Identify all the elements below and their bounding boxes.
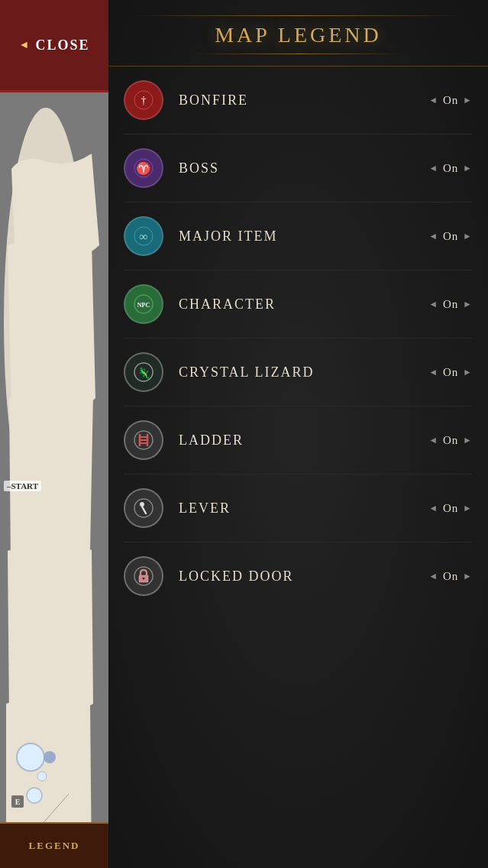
- lever-toggle-right[interactable]: ►: [463, 503, 473, 514]
- svg-point-2: [17, 743, 44, 771]
- svg-point-5: [37, 772, 47, 781]
- major-item-label: MAJOR ITEM: [179, 228, 428, 245]
- ladder-icon: [124, 420, 163, 460]
- character-toggle-right[interactable]: ►: [463, 299, 473, 310]
- start-label: –START: [4, 481, 41, 491]
- svg-text:♈: ♈: [136, 161, 151, 176]
- bonfire-toggle-right[interactable]: ►: [463, 95, 473, 106]
- close-button[interactable]: ◄ CLOSE: [0, 0, 108, 92]
- legend-item-ladder: LADDER◄On►: [124, 406, 473, 474]
- map-legend-bar[interactable]: LEGEND: [0, 822, 108, 868]
- lever-toggle-left[interactable]: ◄: [428, 503, 438, 514]
- legend-title: Map Legend: [124, 23, 473, 47]
- boss-toggle-left[interactable]: ◄: [428, 163, 438, 174]
- major-item-toggle-right[interactable]: ►: [463, 231, 473, 242]
- svg-text:∞: ∞: [139, 230, 147, 243]
- legend-item-bonfire: †BONFIRE◄On►: [124, 66, 473, 134]
- crystal-lizard-toggle[interactable]: ◄On►: [428, 366, 473, 379]
- locked-door-toggle[interactable]: ◄On►: [428, 570, 473, 583]
- boss-label: BOSS: [179, 160, 428, 177]
- legend-item-character: NPCCHARACTER◄On►: [124, 270, 473, 338]
- bonfire-toggle-value: On: [441, 94, 460, 107]
- legend-bar-label: LEGEND: [29, 840, 80, 852]
- svg-line-29: [142, 507, 146, 513]
- lever-toggle[interactable]: ◄On►: [428, 502, 473, 515]
- map-background: C E –START: [0, 92, 108, 868]
- svg-text:NPC: NPC: [137, 302, 150, 309]
- lever-label: LEVER: [179, 500, 428, 517]
- character-toggle-value: On: [441, 298, 460, 311]
- bonfire-icon: †: [124, 80, 163, 120]
- svg-text:🦎: 🦎: [137, 367, 151, 380]
- bonfire-toggle-left[interactable]: ◄: [428, 95, 438, 106]
- locked-door-toggle-value: On: [441, 570, 460, 583]
- legend-item-major-item: ∞MAJOR ITEM◄On►: [124, 202, 473, 270]
- legend-title-underline: [192, 53, 406, 54]
- legend-item-boss: ♈BOSS◄On►: [124, 134, 473, 202]
- locked-door-toggle-left[interactable]: ◄: [428, 571, 438, 582]
- map-panel: ◄ CLOSE C E: [0, 0, 108, 868]
- crystal-lizard-toggle-left[interactable]: ◄: [428, 367, 438, 378]
- locked-door-label: LOCKED DOOR: [179, 568, 428, 585]
- ladder-toggle-value: On: [441, 434, 460, 447]
- legend-item-crystal-lizard: 🦎CRYSTAL LIZARD◄On►: [124, 338, 473, 406]
- ladder-toggle-left[interactable]: ◄: [428, 435, 438, 446]
- major-item-toggle-value: On: [441, 230, 460, 243]
- ladder-toggle[interactable]: ◄On►: [428, 434, 473, 447]
- major-item-toggle-left[interactable]: ◄: [428, 231, 438, 242]
- boss-toggle-right[interactable]: ►: [463, 163, 473, 174]
- crystal-lizard-toggle-value: On: [441, 366, 460, 379]
- svg-text:†: †: [141, 95, 147, 106]
- locked-door-icon: [124, 556, 163, 596]
- character-toggle[interactable]: ◄On►: [428, 298, 473, 311]
- crystal-lizard-label: CRYSTAL LIZARD: [179, 364, 428, 381]
- major-item-icon: ∞: [124, 216, 163, 256]
- ladder-label: LADDER: [179, 432, 428, 449]
- character-toggle-left[interactable]: ◄: [428, 299, 438, 310]
- svg-point-4: [27, 788, 42, 803]
- legend-items-list: †BONFIRE◄On►♈BOSS◄On►∞MAJOR ITEM◄On►NPCC…: [108, 66, 488, 868]
- legend-header: Map Legend: [108, 0, 488, 66]
- svg-text:E: E: [15, 798, 21, 806]
- bonfire-label: BONFIRE: [179, 92, 428, 108]
- character-label: CHARACTER: [179, 296, 428, 313]
- bonfire-toggle[interactable]: ◄On►: [428, 94, 473, 107]
- character-icon: NPC: [124, 284, 163, 324]
- legend-item-lever: LEVER◄On►: [124, 474, 473, 542]
- svg-point-3: [44, 751, 56, 763]
- boss-toggle[interactable]: ◄On►: [428, 162, 473, 175]
- crystal-lizard-icon: 🦎: [124, 352, 163, 392]
- svg-point-32: [143, 578, 145, 580]
- legend-item-locked-door: LOCKED DOOR◄On►: [124, 542, 473, 610]
- close-label: CLOSE: [35, 37, 89, 53]
- boss-icon: ♈: [124, 148, 163, 188]
- crystal-lizard-toggle-right[interactable]: ►: [463, 367, 473, 378]
- lever-toggle-value: On: [441, 502, 460, 515]
- legend-panel: Map Legend †BONFIRE◄On►♈BOSS◄On►∞MAJOR I…: [108, 0, 488, 868]
- ladder-toggle-right[interactable]: ►: [463, 435, 473, 446]
- locked-door-toggle-right[interactable]: ►: [463, 571, 473, 582]
- boss-toggle-value: On: [441, 162, 460, 175]
- major-item-toggle[interactable]: ◄On►: [428, 230, 473, 243]
- close-chevron-icon: ◄: [19, 39, 31, 51]
- lever-icon: [124, 488, 163, 528]
